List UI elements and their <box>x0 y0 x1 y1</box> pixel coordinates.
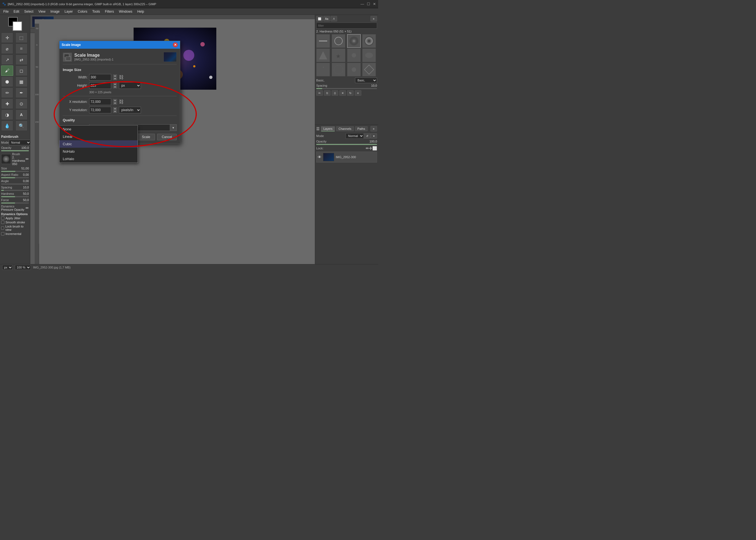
close-btn[interactable]: ✕ <box>373 2 376 6</box>
flip-btn[interactable]: ⇄ <box>15 55 28 65</box>
brush-action-3[interactable]: ⎙ <box>332 90 338 96</box>
brush-action-1[interactable]: ✏ <box>316 90 323 96</box>
lock-alpha-icon[interactable]: ⬜ <box>373 146 377 151</box>
menu-help[interactable]: Help <box>135 9 146 14</box>
brush-tool-btn2[interactable]: Aa <box>323 16 330 22</box>
bucket-fill-btn[interactable]: ⬢ <box>1 76 13 87</box>
chain-icon[interactable]: ⛓ <box>119 74 124 80</box>
chain-icon-res[interactable]: ⛓ <box>119 99 124 105</box>
interpolation-option-lohalo[interactable]: LoHalo <box>60 155 138 163</box>
crop-btn[interactable]: ⌗ <box>15 44 28 54</box>
eraser-btn[interactable]: ◻ <box>15 66 28 76</box>
menu-layer[interactable]: Layer <box>63 9 75 14</box>
menu-select[interactable]: Select <box>22 9 36 14</box>
apply-jitter-checkbox[interactable] <box>1 216 4 220</box>
brush-edit-icon[interactable]: ✏ <box>26 157 29 161</box>
brush-item[interactable] <box>332 63 345 76</box>
menu-image[interactable]: Image <box>48 9 62 14</box>
layer-visibility-icon[interactable]: 👁 <box>318 155 321 159</box>
unit-select[interactable]: px <box>2 265 13 270</box>
lock-position-icon[interactable]: ✛ <box>369 146 373 151</box>
xres-spin-down[interactable]: ▼ <box>113 102 117 105</box>
layer-mode-reset[interactable]: ↺ <box>364 133 371 139</box>
mode-select[interactable]: Normal <box>9 140 30 145</box>
layers-panel-menu[interactable]: ≡ <box>371 126 377 131</box>
brush-item[interactable] <box>362 49 376 62</box>
brush-preview[interactable] <box>1 154 11 164</box>
menu-tools[interactable]: Tools <box>90 9 102 14</box>
transform-btn[interactable]: ↗ <box>1 55 13 65</box>
interpolation-option-none[interactable]: None <box>60 125 138 133</box>
menu-filters[interactable]: Filters <box>103 9 116 14</box>
brush-item[interactable] <box>362 34 376 48</box>
xres-spin-up[interactable]: ▲ <box>113 99 117 102</box>
brush-action-2[interactable]: ⎘ <box>324 90 331 96</box>
incremental-row[interactable]: Incremental <box>1 232 29 235</box>
menu-windows[interactable]: Windows <box>117 9 135 14</box>
brush-item[interactable]: + + <box>316 63 330 76</box>
brush-item[interactable] <box>316 49 330 62</box>
interpolation-option-linear[interactable]: Linear <box>60 133 138 140</box>
text-btn[interactable]: A <box>15 109 28 120</box>
brush-action-4[interactable]: ✕ <box>339 90 346 96</box>
brush-action-6[interactable]: ≡ <box>355 90 361 96</box>
rect-select-btn[interactable]: ⬚ <box>15 33 28 43</box>
maximize-btn[interactable]: ☐ <box>367 2 370 6</box>
incremental-checkbox[interactable] <box>1 232 4 235</box>
brush-panel-menu[interactable]: ≡ <box>371 16 377 22</box>
width-spin-down[interactable]: ▼ <box>113 77 117 80</box>
blend-btn[interactable]: ▦ <box>15 76 28 87</box>
magnify-btn[interactable]: 🔍 <box>15 120 28 131</box>
layer-mode-options[interactable]: ▾ <box>371 133 377 139</box>
background-color[interactable] <box>13 22 22 31</box>
dynamics-edit-icon[interactable]: ✏ <box>26 206 29 210</box>
layer-mode-select[interactable]: Normal <box>346 133 364 139</box>
brush-item[interactable] <box>362 63 376 76</box>
scale-dialog-close[interactable]: ✕ <box>173 42 178 47</box>
move-tool-btn[interactable]: ✛ <box>1 33 13 43</box>
height-spin-up[interactable]: ▲ <box>113 82 117 85</box>
scale-button[interactable]: Scale <box>137 134 155 140</box>
brush-tool-btn1[interactable]: ⬜ <box>316 16 323 22</box>
brush-tool-btn3[interactable]: 𝐴 <box>331 16 337 22</box>
res-unit-select[interactable]: pixels/in <box>119 107 141 113</box>
xres-input[interactable] <box>89 98 111 105</box>
unit-select-dialog[interactable]: px <box>119 82 141 89</box>
minimize-btn[interactable]: — <box>361 2 364 6</box>
width-spin-up[interactable]: ▲ <box>113 74 117 77</box>
lock-pixels-icon[interactable]: ✏ <box>366 146 369 151</box>
menu-edit[interactable]: Edit <box>11 9 22 14</box>
color-indicator[interactable] <box>8 17 22 31</box>
interpolation-dropdown-btn[interactable]: ▼ <box>170 124 177 131</box>
ink-btn[interactable]: ✒ <box>15 87 28 98</box>
menu-colors[interactable]: Colors <box>76 9 90 14</box>
zoom-select[interactable]: 100 % <box>15 265 31 270</box>
brush-item[interactable] <box>316 34 330 48</box>
clone-btn[interactable]: ⊙ <box>15 98 28 109</box>
tab-channels[interactable]: Channels <box>336 126 354 131</box>
eyedropper-btn[interactable]: 💧 <box>1 120 13 131</box>
brush-item[interactable] <box>347 63 361 76</box>
menu-file[interactable]: File <box>1 9 11 14</box>
smooth-stroke-row[interactable]: Smooth stroke <box>1 220 29 224</box>
apply-jitter-row[interactable]: Apply Jitter <box>1 216 29 220</box>
layer-item[interactable]: 👁 IMG_2952-300 <box>316 152 377 163</box>
tab-layers[interactable]: Layers <box>321 126 335 131</box>
yres-spin-up[interactable]: ▲ <box>113 107 117 110</box>
menu-view[interactable]: View <box>36 9 48 14</box>
brush-item[interactable] <box>332 34 345 48</box>
smooth-stroke-checkbox[interactable] <box>1 220 4 224</box>
height-input[interactable] <box>89 82 111 89</box>
interpolation-option-cubic[interactable]: Cubic <box>60 140 138 148</box>
preset-select[interactable]: Basic, <box>355 77 377 83</box>
brush-filter-input[interactable] <box>316 23 377 29</box>
interpolation-option-nohalo[interactable]: NoHalo <box>60 148 138 155</box>
pencil-btn[interactable]: ✏ <box>1 87 13 98</box>
lasso-btn[interactable]: ⌀ <box>1 44 13 54</box>
brush-item[interactable]: ★ <box>332 49 345 62</box>
cancel-button[interactable]: Cancel <box>157 134 177 140</box>
dodge-btn[interactable]: ◑ <box>1 109 13 120</box>
paintbrush-btn[interactable]: 🖌 <box>1 66 13 76</box>
brush-action-5[interactable]: ↻ <box>347 90 354 96</box>
brush-item-selected[interactable] <box>347 34 361 48</box>
